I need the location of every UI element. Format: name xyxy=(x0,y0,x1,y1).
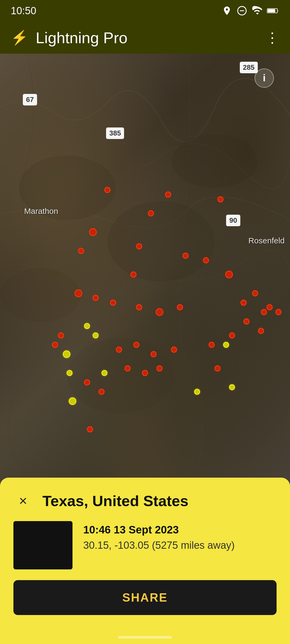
lightning-icon: ⚡ xyxy=(11,30,28,46)
location-icon xyxy=(222,6,232,16)
lightning-dot[interactable] xyxy=(93,295,99,301)
lightning-dot[interactable] xyxy=(252,290,258,296)
lightning-dot[interactable] xyxy=(133,342,139,348)
lightning-dot[interactable] xyxy=(63,350,70,358)
lightning-dot[interactable] xyxy=(261,309,267,315)
event-datetime: 10:46 13 Sept 2023 xyxy=(83,524,235,536)
lightning-dot[interactable] xyxy=(104,187,110,193)
lightning-dot[interactable] xyxy=(89,228,97,236)
lightning-dot[interactable] xyxy=(69,397,76,405)
sheet-content: 10:46 13 Sept 2023 30.15, -103.05 (5275 … xyxy=(13,521,277,569)
status-bar: 10:50 xyxy=(0,0,290,21)
road-badge-285: 285 xyxy=(240,62,258,73)
lightning-dot[interactable] xyxy=(209,342,215,348)
lightning-dot[interactable] xyxy=(110,300,116,306)
app-bar: ⚡ Lightning Pro ⋮ xyxy=(0,21,290,54)
app-title: Lightning Pro xyxy=(36,29,128,47)
lightning-dot[interactable] xyxy=(203,257,209,263)
status-icons xyxy=(222,6,279,16)
wifi-icon xyxy=(252,6,262,16)
map-container[interactable]: 285 67 385 90 i Marathon Rosenfeld xyxy=(0,54,290,523)
lightning-dot[interactable] xyxy=(244,319,249,324)
lightning-dot[interactable] xyxy=(165,192,171,197)
lightning-dot[interactable] xyxy=(229,332,235,338)
lightning-dot[interactable] xyxy=(177,304,183,310)
event-coords: 30.15, -103.05 (5275 miles away) xyxy=(83,540,235,551)
lightning-dot[interactable] xyxy=(130,272,136,277)
more-menu-icon[interactable]: ⋮ xyxy=(265,30,279,46)
sheet-header: × Texas, United States xyxy=(13,491,277,510)
road-badge-90: 90 xyxy=(226,215,240,226)
lightning-dot[interactable] xyxy=(171,347,177,353)
lightning-dot[interactable] xyxy=(87,426,93,432)
sheet-thumbnail xyxy=(13,521,73,569)
lightning-dot[interactable] xyxy=(258,328,264,334)
map-label-rosenfeld: Rosenfeld xyxy=(248,236,285,245)
bottom-sheet: × Texas, United States 10:46 13 Sept 202… xyxy=(0,478,290,644)
status-time: 10:50 xyxy=(11,5,36,17)
close-button[interactable]: × xyxy=(13,491,33,510)
road-badge-67: 67 xyxy=(23,94,37,105)
svg-point-5 xyxy=(107,201,215,282)
lightning-dot[interactable] xyxy=(241,300,247,306)
dnd-icon xyxy=(237,6,247,16)
share-button[interactable]: SHARE xyxy=(13,580,277,615)
lightning-dot[interactable] xyxy=(125,365,130,371)
home-indicator xyxy=(118,636,172,639)
lightning-dot[interactable] xyxy=(223,342,229,348)
lightning-dot[interactable] xyxy=(194,389,200,395)
lightning-dot[interactable] xyxy=(267,304,273,310)
lightning-dot[interactable] xyxy=(78,248,84,254)
lightning-dot[interactable] xyxy=(157,365,162,371)
app-bar-left: ⚡ Lightning Pro xyxy=(11,29,128,47)
lightning-dot[interactable] xyxy=(151,351,157,357)
lightning-dot[interactable] xyxy=(75,290,82,297)
lightning-dot[interactable] xyxy=(116,347,122,353)
lightning-dot[interactable] xyxy=(218,196,223,202)
lightning-dot[interactable] xyxy=(99,389,104,395)
lightning-dot[interactable] xyxy=(148,210,154,216)
lightning-dot[interactable] xyxy=(229,384,235,390)
lightning-dot[interactable] xyxy=(136,304,142,310)
close-icon: × xyxy=(19,494,27,508)
road-badge-385: 385 xyxy=(106,127,124,139)
lightning-dot[interactable] xyxy=(215,365,220,371)
lightning-dot[interactable] xyxy=(102,370,107,376)
lightning-dot[interactable] xyxy=(84,323,90,329)
lightning-dot[interactable] xyxy=(142,370,148,376)
lightning-dot[interactable] xyxy=(183,253,189,259)
lightning-dot[interactable] xyxy=(276,309,281,315)
map-background: 285 67 385 90 i Marathon Rosenfeld xyxy=(0,54,290,523)
svg-rect-3 xyxy=(268,9,275,12)
sheet-info: 10:46 13 Sept 2023 30.15, -103.05 (5275 … xyxy=(83,521,235,551)
lightning-dot[interactable] xyxy=(156,308,163,316)
svg-point-7 xyxy=(172,134,258,188)
sheet-title: Texas, United States xyxy=(42,492,189,510)
map-label-marathon: Marathon xyxy=(24,207,58,216)
lightning-dot[interactable] xyxy=(52,342,58,348)
battery-icon xyxy=(267,7,279,15)
map-info-button[interactable]: i xyxy=(255,68,274,88)
lightning-dot[interactable] xyxy=(84,379,90,385)
lightning-dot[interactable] xyxy=(93,332,99,338)
terrain-overlay xyxy=(0,54,290,523)
lightning-dot[interactable] xyxy=(225,271,233,278)
lightning-dot[interactable] xyxy=(136,243,142,249)
svg-point-6 xyxy=(0,268,81,322)
lightning-dot[interactable] xyxy=(58,332,64,338)
lightning-dot[interactable] xyxy=(67,370,73,376)
